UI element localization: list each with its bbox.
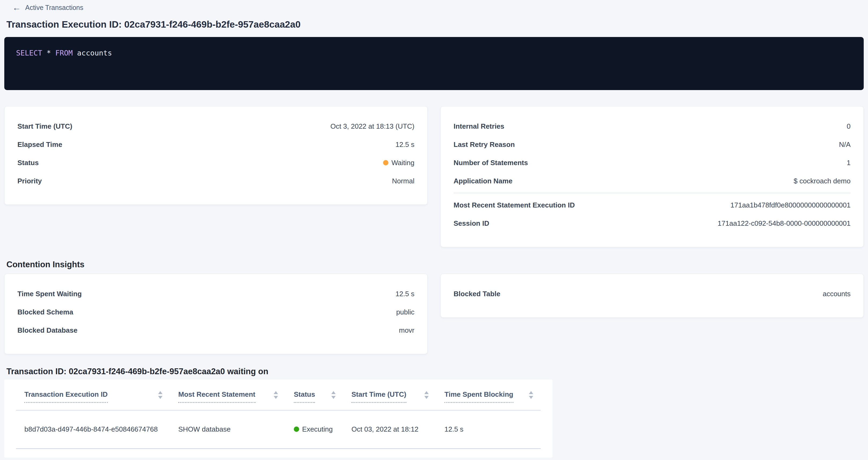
summary-row-number-of-statements: Number of Statements 1 [454, 154, 850, 172]
row-label: Blocked Schema [18, 308, 73, 316]
statement-execution-id-link[interactable]: 171aa1b478fdf0e80000000000000001 [731, 201, 850, 209]
summary-row-priority: Priority Normal [18, 172, 414, 190]
sql-keyword: SELECT [16, 49, 42, 57]
summary-row-statement-execution-id: Most Recent Statement Execution ID 171aa… [454, 196, 850, 214]
cell-transaction-execution-id: b8d7d03a-d497-446b-8474-e50846674768 [16, 425, 170, 433]
column-header-status[interactable]: Status [285, 390, 343, 403]
row-value: 1 [847, 159, 850, 167]
contention-card-right: Blocked Table accounts [440, 274, 864, 318]
column-header-start-time[interactable]: Start Time (UTC) [343, 390, 436, 403]
row-label: Number of Statements [454, 159, 528, 167]
table-row: b8d7d03a-d497-446b-8474-e50846674768 SHO… [16, 411, 541, 449]
row-label: Time Spent Waiting [18, 290, 82, 298]
row-value: Normal [392, 177, 414, 185]
status-badge: Waiting [383, 159, 414, 167]
back-link-label: Active Transactions [25, 4, 83, 11]
row-label: Application Name [454, 177, 513, 185]
page-title: Transaction Execution ID: 02ca7931-f246-… [6, 19, 859, 30]
sort-icon[interactable] [274, 391, 278, 399]
contention-card-left: Time Spent Waiting 12.5 s Blocked Schema… [4, 274, 428, 354]
column-header-label: Status [294, 390, 315, 403]
column-header-label: Time Spent Blocking [444, 390, 513, 403]
summary-row-last-retry-reason: Last Retry Reason N/A [454, 135, 850, 154]
sql-text: * [42, 49, 56, 57]
summary-row-session-id: Session ID 171aa122-c092-54b8-0000-00000… [454, 214, 850, 233]
row-label: Session ID [454, 219, 489, 227]
row-label: Blocked Database [18, 326, 78, 335]
contention-row-blocked-database: Blocked Database movr [18, 321, 414, 339]
row-value: Oct 3, 2022 at 18:13 (UTC) [330, 122, 414, 130]
row-label: Priority [18, 177, 42, 185]
executing-status-dot-icon [294, 427, 299, 432]
sql-statement-box: SELECT * FROM accounts [4, 37, 864, 90]
transaction-details-page: ← Active Transactions Transaction Execut… [0, 0, 868, 460]
column-header-label: Transaction Execution ID [24, 390, 108, 403]
contention-cards-row: Time Spent Waiting 12.5 s Blocked Schema… [4, 274, 864, 354]
contention-insights-heading: Contention Insights [6, 259, 859, 269]
row-value: $ cockroach demo [794, 177, 850, 185]
summary-card-left: Start Time (UTC) Oct 3, 2022 at 18:13 (U… [4, 106, 428, 205]
row-label: Internal Retries [454, 122, 504, 130]
cell-status: Executing [285, 425, 343, 433]
row-label: Elapsed Time [18, 141, 62, 149]
row-label: Last Retry Reason [454, 141, 515, 149]
sort-icon[interactable] [331, 391, 336, 399]
sort-icon[interactable] [424, 391, 429, 399]
row-value: 12.5 s [395, 141, 414, 149]
left-arrow-icon: ← [12, 3, 21, 12]
sql-keyword: FROM [55, 49, 73, 57]
column-header-transaction-execution-id[interactable]: Transaction Execution ID [16, 390, 170, 403]
cell-most-recent-statement: SHOW database [170, 425, 285, 433]
row-label: Blocked Table [454, 290, 500, 298]
sort-icon[interactable] [158, 391, 162, 399]
summary-row-status: Status Waiting [18, 154, 414, 172]
row-value: 12.5 s [395, 290, 414, 298]
row-label: Most Recent Statement Execution ID [454, 201, 575, 209]
status-text: Waiting [392, 159, 414, 167]
cell-time-spent-blocking: 12.5 s [436, 425, 541, 433]
summary-row-internal-retries: Internal Retries 0 [454, 117, 850, 135]
summary-card-right: Internal Retries 0 Last Retry Reason N/A… [440, 106, 864, 247]
column-header-time-spent-blocking[interactable]: Time Spent Blocking [436, 390, 541, 403]
cell-start-time: Oct 03, 2022 at 18:12 [343, 425, 436, 433]
summary-row-elapsed-time: Elapsed Time 12.5 s [18, 135, 414, 154]
summary-row-start-time: Start Time (UTC) Oct 3, 2022 at 18:13 (U… [18, 117, 414, 135]
contention-row-blocked-table: Blocked Table accounts [454, 285, 850, 303]
contention-row-time-spent-waiting: Time Spent Waiting 12.5 s [18, 285, 414, 303]
back-link[interactable]: ← Active Transactions [0, 0, 83, 12]
row-value: movr [399, 326, 414, 335]
row-value: public [396, 308, 414, 316]
row-label: Start Time (UTC) [18, 122, 72, 130]
row-value: 0 [847, 122, 850, 130]
row-value: N/A [839, 141, 850, 149]
column-header-label: Most Recent Statement [178, 390, 255, 403]
summary-cards-row: Start Time (UTC) Oct 3, 2022 at 18:13 (U… [4, 106, 864, 247]
session-id-link[interactable]: 171aa122-c092-54b8-0000-000000000001 [718, 219, 850, 227]
card-divider [454, 193, 850, 193]
waiting-status-dot-icon [383, 160, 389, 165]
summary-row-application-name: Application Name $ cockroach demo [454, 172, 850, 190]
column-header-label: Start Time (UTC) [351, 390, 406, 403]
row-value: accounts [823, 290, 850, 298]
column-header-most-recent-statement[interactable]: Most Recent Statement [170, 390, 285, 403]
table-header-row: Transaction Execution ID Most Recent Sta… [16, 379, 541, 410]
waiting-on-heading: Transaction ID: 02ca7931-f246-469b-b2fe-… [6, 366, 859, 376]
status-text: Executing [302, 425, 333, 433]
sort-icon[interactable] [529, 391, 533, 399]
waiting-on-table: Transaction Execution ID Most Recent Sta… [4, 379, 553, 457]
row-label: Status [18, 159, 39, 167]
sql-table-name: accounts [73, 49, 112, 57]
contention-row-blocked-schema: Blocked Schema public [18, 303, 414, 321]
